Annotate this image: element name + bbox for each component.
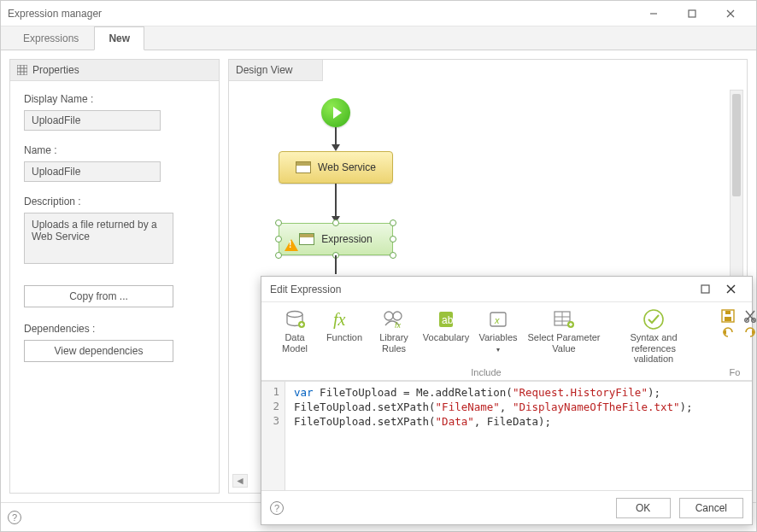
function-button[interactable]: fx Function	[321, 307, 367, 375]
library-icon: fx	[382, 309, 406, 330]
chevron-down-icon: ▾	[496, 346, 500, 354]
minimize-icon	[649, 9, 658, 18]
dialog-footer: ? OK Cancel	[261, 490, 752, 524]
selection-handle[interactable]	[390, 236, 396, 243]
syntax-validation-button[interactable]: Syntax and referencesvalidation	[607, 307, 701, 375]
code-text[interactable]: var FileToUpload = Me.addRelation("Reque…	[285, 382, 752, 490]
select-parameter-value-button[interactable]: Select ParameterValue	[525, 307, 603, 375]
vocabulary-icon: ab	[434, 309, 458, 330]
properties-body: Display Name : Name : Description : Uplo…	[10, 81, 219, 493]
variables-label: Variables▾	[478, 332, 517, 354]
dialog-maximize-button[interactable]	[692, 278, 718, 301]
help-icon[interactable]: ?	[270, 501, 284, 515]
expression-label: Expression	[321, 233, 372, 245]
name-input[interactable]	[24, 161, 161, 182]
close-button[interactable]	[711, 1, 749, 26]
function-icon: fx	[332, 309, 356, 330]
function-label: Function	[326, 332, 362, 343]
scrollbar-thumb[interactable]	[732, 94, 741, 196]
maximize-button[interactable]	[672, 1, 711, 26]
dialog-close-button[interactable]	[718, 278, 743, 301]
table-plus-icon	[552, 309, 576, 330]
format-group-caption: Fo	[716, 367, 754, 377]
connector	[335, 184, 337, 218]
svg-text:ab: ab	[442, 314, 454, 326]
window-controls	[634, 1, 749, 26]
description-textarea[interactable]: Uploads a file returned by a Web Service	[24, 213, 173, 264]
check-circle-icon	[642, 309, 666, 330]
web-service-label: Web Service	[318, 161, 376, 173]
ok-button[interactable]: OK	[616, 498, 671, 518]
dialog-title: Edit Expression	[270, 284, 341, 295]
selection-handle[interactable]	[275, 252, 282, 259]
dialog-titlebar: Edit Expression	[261, 277, 752, 302]
selection-handle[interactable]	[390, 252, 396, 259]
include-group-caption: Include	[267, 367, 706, 377]
redo-icon[interactable]	[743, 326, 757, 340]
vocabulary-label: Vocabulary	[423, 332, 469, 343]
titlebar: Expression manager	[1, 1, 756, 26]
name-label: Name :	[24, 144, 205, 156]
selection-handle[interactable]	[332, 219, 339, 226]
variables-button[interactable]: x Variables▾	[475, 307, 521, 375]
start-node[interactable]	[321, 98, 350, 127]
svg-text:fx: fx	[395, 321, 402, 329]
view-dependencies-button[interactable]: View dependencies	[24, 340, 173, 362]
svg-rect-1	[689, 10, 695, 17]
cancel-button[interactable]: Cancel	[679, 498, 743, 518]
svg-point-17	[384, 312, 393, 320]
vocabulary-button[interactable]: ab Vocabulary	[420, 307, 472, 375]
app-window: Expression manager Expressions New Prope…	[0, 0, 757, 532]
display-name-input[interactable]	[24, 110, 161, 131]
selection-handle[interactable]	[390, 219, 396, 226]
format-group: Fo	[716, 306, 754, 377]
connector	[335, 127, 337, 146]
properties-title: Properties	[32, 64, 79, 76]
arrow-head-icon	[332, 144, 340, 151]
copy-from-button[interactable]: Copy from ...	[24, 285, 173, 307]
minimize-button[interactable]	[634, 1, 672, 26]
selection-handle[interactable]	[275, 236, 282, 243]
node-expr-icon	[299, 233, 314, 245]
edit-expression-dialog: Edit Expression DataModel	[261, 276, 753, 525]
variables-icon: x	[486, 309, 510, 330]
svg-rect-34	[725, 311, 731, 314]
properties-panel: Properties Display Name : Name : Descrip…	[9, 59, 220, 494]
svg-text:fx: fx	[333, 310, 346, 329]
tab-new[interactable]: New	[94, 26, 144, 50]
data-model-label: DataModel	[282, 332, 308, 354]
top-tabs: Expressions New	[1, 26, 756, 50]
help-icon[interactable]: ?	[8, 511, 21, 524]
syntax-label: Syntax and referencesvalidation	[607, 332, 701, 365]
svg-point-12	[287, 312, 302, 318]
save-icon[interactable]	[721, 309, 735, 323]
code-editor[interactable]: 1 2 3 var FileToUpload = Me.addRelation(…	[261, 381, 752, 490]
design-title: Design View	[236, 64, 292, 76]
library-rules-label: LibraryRules	[379, 332, 408, 354]
expression-node[interactable]: Expression	[279, 223, 393, 255]
design-header: Design View	[229, 60, 323, 81]
web-service-node[interactable]: Web Service	[279, 151, 393, 184]
close-icon	[726, 9, 735, 18]
tab-expressions[interactable]: Expressions	[9, 27, 92, 50]
undo-icon[interactable]	[721, 326, 735, 340]
scroll-left-button[interactable]: ◄	[232, 474, 248, 488]
cut-icon[interactable]	[743, 309, 757, 323]
svg-point-18	[393, 312, 402, 320]
database-icon	[283, 309, 307, 330]
description-label: Description :	[24, 196, 205, 208]
dialog-ribbon: DataModel fx Function fx LibraryRules	[261, 302, 752, 381]
properties-header: Properties	[10, 60, 219, 81]
library-rules-button[interactable]: fx LibraryRules	[371, 307, 417, 375]
svg-text:x: x	[494, 315, 500, 325]
warning-icon	[285, 239, 298, 251]
node-web-icon	[296, 161, 311, 173]
maximize-icon	[701, 284, 710, 294]
data-model-button[interactable]: DataModel	[272, 307, 318, 375]
selection-handle[interactable]	[275, 219, 282, 226]
window-title: Expression manager	[8, 8, 634, 20]
svg-rect-4	[17, 65, 27, 75]
svg-rect-9	[701, 285, 709, 293]
line-gutter: 1 2 3	[261, 382, 285, 490]
dependencies-label: Dependencies :	[24, 323, 205, 335]
